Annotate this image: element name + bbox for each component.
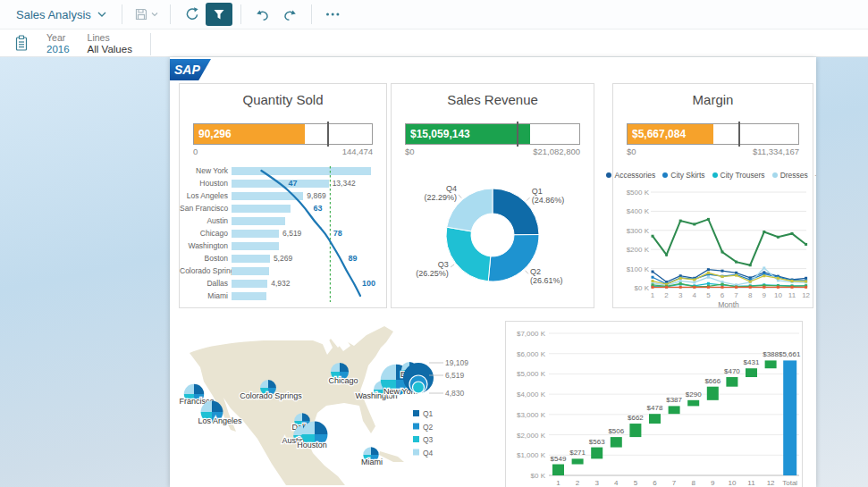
waterfall-bar[interactable] [552, 465, 564, 475]
pareto-value-label: 6,519 [282, 229, 301, 238]
pareto-row[interactable]: Boston5,269 [180, 252, 386, 264]
dashboard-background: SAP Quantity Sold 90,296 0 144,474 New Y… [0, 57, 868, 487]
pareto-bar[interactable] [232, 242, 279, 250]
line-series[interactable] [653, 268, 806, 285]
waterfall-bar[interactable] [591, 448, 603, 459]
svg-text:1: 1 [651, 291, 655, 299]
pareto-value-label: 4,932 [271, 279, 290, 288]
toolbar-separator [122, 4, 122, 24]
pareto-category-label: San Francisco [180, 204, 232, 213]
bullet-axis: 0 144,474 [193, 147, 373, 156]
pareto-row[interactable]: Dallas4,932 [180, 277, 386, 290]
pareto-row[interactable]: Washington [180, 239, 386, 252]
waterfall-bar[interactable] [687, 400, 699, 407]
waterfall-bar[interactable] [746, 368, 757, 377]
pareto-category-label: Los Angeles [180, 191, 232, 200]
bullet-fill: $15,059,143 [406, 124, 530, 144]
pareto-value-label: 9,869 [307, 191, 325, 200]
pareto-bar[interactable] [232, 280, 267, 288]
waterfall-bar[interactable] [572, 458, 584, 464]
svg-text:$0 K: $0 K [531, 472, 546, 480]
svg-text:10: 10 [774, 291, 782, 299]
app-title-dropdown[interactable]: Sales Analysis [9, 8, 114, 21]
donut-slice-Q3[interactable] [446, 227, 491, 281]
refresh-button[interactable] [179, 3, 206, 26]
pareto-bar[interactable] [232, 267, 269, 275]
filter-list-icon[interactable] [14, 35, 29, 52]
svg-text:$400 K: $400 K [627, 207, 650, 215]
filter-button[interactable] [206, 3, 232, 26]
pareto-row[interactable]: New York [180, 164, 386, 177]
us-map[interactable]: FranciscoLos AngelesColorado SpringsChic… [179, 321, 420, 485]
waterfall-bar[interactable] [629, 424, 641, 437]
pareto-row[interactable]: Chicago6,519 [180, 227, 386, 239]
waterfall-value-label: $478 [647, 404, 663, 412]
pareto-row[interactable]: San Francisco [180, 202, 386, 214]
waterfall-bar[interactable] [649, 414, 661, 424]
waterfall-bar[interactable] [765, 360, 777, 368]
line-chart[interactable]: $0 K$100 K$200 K$300 K$400 K$500 K123456… [613, 179, 814, 309]
waterfall-bar[interactable] [669, 406, 680, 414]
svg-text:$300 K: $300 K [627, 227, 650, 235]
pareto-row[interactable]: Colorado Springs [180, 264, 386, 277]
pareto-bar[interactable] [232, 205, 291, 213]
bullet-fill: $5,667,084 [628, 124, 713, 144]
pareto-bar[interactable] [232, 217, 285, 225]
pareto-bar[interactable] [232, 230, 279, 238]
pareto-value-label: 5,269 [274, 254, 292, 263]
donut-label-pct: (26.25%) [416, 269, 449, 278]
bullet-value: 90,296 [194, 128, 232, 140]
waterfall-chart[interactable]: $0 K$1,000 K$2,000 K$3,000 K$4,000 K$5,0… [506, 323, 802, 487]
line-series[interactable] [653, 219, 806, 264]
pareto-row[interactable]: Miami [180, 290, 386, 302]
quarter-legend-label: Q2 [423, 423, 434, 432]
donut-label-pct: (24.86%) [532, 196, 565, 205]
donut-label-pct: (26.61%) [530, 276, 563, 285]
svg-text:$500 K: $500 K [627, 189, 650, 197]
waterfall-value-label: $470 [724, 367, 740, 375]
city-pie-miami[interactable]: Miami [361, 447, 383, 466]
pareto-bar[interactable] [232, 292, 266, 300]
legend-dot [606, 172, 611, 178]
pareto-bar[interactable] [232, 167, 371, 175]
svg-text:2: 2 [664, 291, 669, 299]
quarter-legend-label: Q3 [423, 435, 434, 444]
size-legend-label: 6,519 [445, 371, 465, 380]
waterfall-bar[interactable] [726, 377, 737, 387]
city-label: Chicago [328, 376, 358, 385]
waterfall-x-label: 7 [672, 479, 677, 487]
bullet-chart-quantity[interactable]: 90,296 0 144,474 [193, 123, 373, 156]
svg-text:$1,000 K: $1,000 K [517, 451, 546, 459]
sap-logo-text: SAP [174, 63, 200, 77]
filter-year[interactable]: Year 2016 [46, 32, 70, 55]
svg-text:$3,000 K: $3,000 K [517, 411, 546, 419]
panel-quantity-sold: Quantity Sold 90,296 0 144,474 New YorkH… [179, 83, 387, 308]
waterfall-total-bar[interactable] [783, 360, 796, 475]
waterfall-bar[interactable] [611, 437, 622, 447]
waterfall-value-label: $271 [569, 449, 586, 457]
legend-truncation: – [815, 171, 816, 180]
pareto-chart[interactable]: New YorkHouston13,342Los Angeles9,869San… [180, 164, 386, 306]
waterfall-bar[interactable] [707, 387, 719, 400]
legend-dot [662, 172, 668, 178]
bullet-chart-revenue[interactable]: $15,059,143 $0 $21,082,800 [405, 123, 580, 156]
donut-chart[interactable]: Q1(24.86%)Q2(26.61%)Q3(26.25%)Q4(22.29%) [392, 168, 594, 304]
filter-lines[interactable]: Lines All Values [88, 32, 132, 55]
undo-button[interactable] [249, 3, 276, 26]
redo-button[interactable] [276, 3, 303, 26]
bullet-chart-margin[interactable]: $5,667,084 $0 $11,334,167 [627, 123, 799, 156]
svg-text:$2,000 K: $2,000 K [517, 432, 546, 440]
pareto-category-label: Austin [180, 216, 232, 225]
waterfall-value-label: $506 [608, 427, 624, 435]
more-button[interactable] [320, 3, 347, 26]
svg-text:4: 4 [693, 291, 697, 299]
pareto-row[interactable]: Austin [180, 214, 386, 227]
pareto-row[interactable]: Houston13,342 [180, 177, 386, 189]
save-button[interactable] [131, 3, 162, 26]
pareto-bar[interactable] [232, 192, 303, 200]
pareto-bar[interactable] [232, 180, 329, 188]
pareto-bar[interactable] [232, 255, 270, 263]
svg-text:5: 5 [706, 291, 711, 299]
pareto-row[interactable]: Los Angeles9,869 [180, 189, 386, 202]
svg-text:$200 K: $200 K [627, 246, 650, 254]
